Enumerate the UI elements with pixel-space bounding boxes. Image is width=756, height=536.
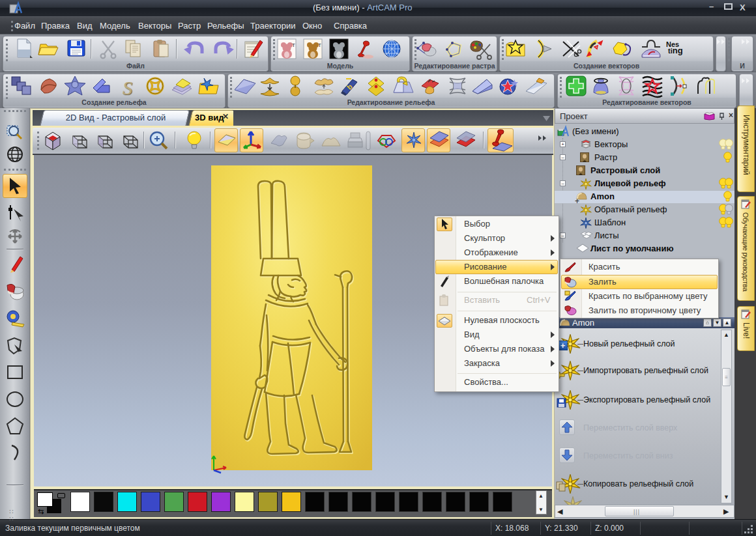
svg-text:T: T [344,42,347,48]
svg-text:T: T [318,42,321,48]
svg-text:T: T [292,42,295,48]
